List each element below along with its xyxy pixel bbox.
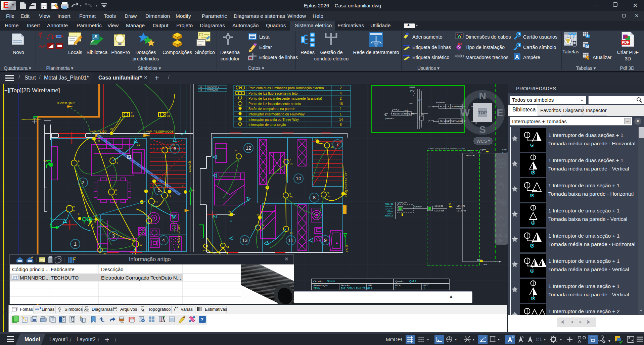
svg-text:1: 1 xyxy=(74,241,77,247)
svg-text:13-13+T0: 13-13+T0 xyxy=(434,205,444,207)
svg-text:4: 4 xyxy=(162,237,165,243)
svg-text:8: 8 xyxy=(313,195,316,200)
svg-text:e: e xyxy=(73,205,75,208)
svg-text:11: 11 xyxy=(155,201,158,204)
svg-text:▾: ▾ xyxy=(427,338,429,341)
svg-text:Pote com duas luminárias para: Pote com duas luminárias para iluminação… xyxy=(248,86,324,90)
svg-text:m: m xyxy=(228,214,231,217)
svg-text:WCS: WCS xyxy=(476,139,487,144)
svg-text:Cgdwr': Cgdwr' xyxy=(480,149,486,151)
svg-text:W: W xyxy=(460,107,470,118)
svg-text:3: 3 xyxy=(112,233,115,239)
svg-text:43_b5: 43_b5 xyxy=(440,105,446,107)
svg-text:□[2U8]: □[2U8] xyxy=(409,86,415,88)
svg-text:0.9: 0.9 xyxy=(368,287,372,290)
svg-text:Solido: Solido xyxy=(327,280,335,283)
svg-text:a: a xyxy=(331,142,332,145)
svg-text:+Celest.QM.2: +Celest.QM.2 xyxy=(56,101,75,105)
svg-text:12: 12 xyxy=(199,86,202,88)
svg-text:25: 25 xyxy=(315,138,318,141)
svg-text:▾: ▾ xyxy=(560,338,562,341)
svg-text:23: 23 xyxy=(257,214,260,217)
svg-text:21: 21 xyxy=(290,232,293,235)
svg-text:9: 9 xyxy=(73,209,75,212)
svg-text:N: N xyxy=(479,90,486,101)
svg-text:11: 11 xyxy=(168,195,171,198)
svg-text:13: 13 xyxy=(137,143,140,146)
svg-text:Cvbv: Cvbv xyxy=(502,149,507,151)
svg-text:Interruptor paralela ou Three-: Interruptor paralela ou Three-Way xyxy=(248,118,299,121)
svg-text:Haste de aterramento: Haste de aterramento xyxy=(21,118,41,120)
svg-text:34: 34 xyxy=(226,246,229,249)
svg-text:?: ? xyxy=(200,316,203,322)
svg-text:+AP_P1.QD: +AP_P1.QD xyxy=(90,130,107,133)
svg-text:L1-L2-T06: L1-L2-T06 xyxy=(457,210,466,212)
svg-text:9: 9 xyxy=(131,111,133,114)
svg-text:Linhas: Linhas xyxy=(42,307,55,312)
svg-text:Qmax_P=L: Qmax_P=L xyxy=(398,202,408,204)
svg-text:m: m xyxy=(235,149,237,152)
svg-text:P0 DL4 B5: P0 DL4 B5 xyxy=(385,203,393,205)
svg-text:1: 1 xyxy=(519,33,520,36)
svg-text:Botão de campainha na parede: Botão de campainha na parede xyxy=(248,107,295,111)
svg-text:9: 9 xyxy=(78,212,80,215)
svg-text:C4’dww’: C4’dww’ xyxy=(414,206,422,208)
svg-text:13: 13 xyxy=(242,237,248,243)
svg-text:1: 1 xyxy=(340,112,342,116)
svg-text:L1+L2+T0: L1+L2+T0 xyxy=(385,208,393,210)
svg-text:QM.2: QM.2 xyxy=(409,280,416,283)
svg-text:+AP_P1.ÁREA DIA: +AP_P1.ÁREA DIA xyxy=(177,225,180,248)
svg-text:TERRAÇO: TERRAÇO xyxy=(207,89,218,92)
svg-text:Arquivos: Arquivos xyxy=(120,307,137,312)
svg-text:▾: ▾ xyxy=(498,338,500,341)
svg-text:11: 11 xyxy=(288,237,293,243)
svg-text:33: 33 xyxy=(91,226,94,229)
svg-text:L4: L4 xyxy=(447,120,449,122)
svg-text:BT0 D5 L5: BT0 D5 L5 xyxy=(385,215,393,217)
svg-text:▾: ▾ xyxy=(80,4,82,7)
svg-text:[ wj—`: [ wj—` xyxy=(410,90,416,92)
svg-text:l: l xyxy=(290,158,291,161)
svg-text:Layout2: Layout2 xyxy=(77,337,96,342)
svg-text:6: 6 xyxy=(174,146,176,151)
svg-text:Diagramas: Diagramas xyxy=(92,307,113,312)
svg-text:Circuito:: Circuito: xyxy=(313,280,323,283)
svg-text:+AP_P1.SERVIÇOS: +AP_P1.SERVIÇOS xyxy=(146,130,174,133)
svg-text:jov(4)=a=`: jov(4)=a=` xyxy=(436,101,445,103)
svg-text:Ponto de luz incandescente no: Ponto de luz incandescente no teto xyxy=(248,102,301,106)
svg-text:Rede': Rede' xyxy=(467,150,472,152)
svg-text:a: a xyxy=(115,188,117,191)
svg-text:4: 4 xyxy=(340,92,342,95)
svg-text:10: 10 xyxy=(139,243,142,246)
svg-text:7: 7 xyxy=(336,141,339,147)
svg-text:9A: 9A xyxy=(449,203,451,205)
svg-text:▾: ▾ xyxy=(96,4,97,7)
svg-text:+AP_P1.ÁREA NOTE: +AP_P1.ÁREA NOTE xyxy=(344,171,347,197)
svg-text:Topográfico: Topográfico xyxy=(148,307,171,312)
svg-text:TOP: TOP xyxy=(478,110,487,115)
svg-text:Folhas: Folhas xyxy=(20,307,33,312)
svg-text:1: 1 xyxy=(423,287,425,290)
svg-text:Q.VOLTA: Q.VOLTA xyxy=(188,161,191,172)
svg-text:A: A xyxy=(515,54,519,60)
svg-text:/: / xyxy=(70,337,72,343)
svg-text:Model: Model xyxy=(25,337,40,342)
svg-text:#2.5mm: #2.5mm xyxy=(387,210,393,212)
svg-text:Interruptor intermediário ou F: Interruptor intermediário ou Four-Way xyxy=(248,112,305,116)
svg-text:L3: L3 xyxy=(447,105,449,107)
svg-text:L1-L2+T06: L1-L2+T06 xyxy=(434,210,445,212)
svg-text:QM_P.L: QM_P.L xyxy=(387,212,393,214)
svg-text:22: 22 xyxy=(228,211,231,214)
svg-text:25: 25 xyxy=(191,189,194,192)
svg-text:1: 1 xyxy=(395,287,397,290)
svg-text:9: 9 xyxy=(167,111,169,114)
svg-text:/: / xyxy=(115,337,117,343)
svg-text:QLMtE: QLMtE xyxy=(408,113,415,115)
svg-text:36: 36 xyxy=(131,114,134,117)
svg-text:TV: TV xyxy=(43,159,47,163)
svg-text:q: q xyxy=(289,192,291,195)
svg-text:a: a xyxy=(78,159,80,162)
svg-text:36: 36 xyxy=(110,127,113,130)
svg-text:3F+T0 P2: 3F+T0 P2 xyxy=(385,205,392,207)
svg-text:1: 1 xyxy=(340,107,342,111)
